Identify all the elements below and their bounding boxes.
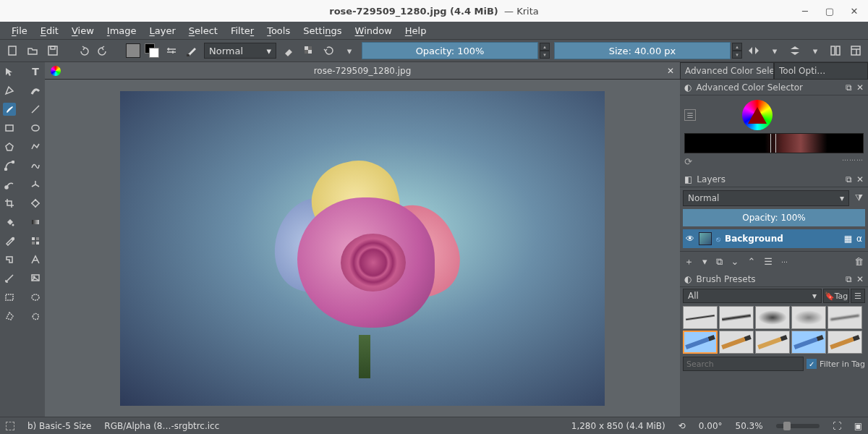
menu-filter[interactable]: Filter [225, 24, 260, 38]
freehand-select-tool-icon[interactable] [29, 310, 42, 323]
brush-tool-icon[interactable] [3, 103, 16, 116]
zoom-100-icon[interactable]: ▣ [854, 421, 862, 431]
opacity-up-button[interactable]: ▴ [540, 43, 550, 51]
alpha-lock-icon[interactable] [301, 43, 317, 59]
layer-row[interactable]: 👁 ⎋ Background ▦ α [683, 229, 865, 248]
layer-blend-select[interactable]: Normal▾ [683, 190, 849, 206]
select-all-icon[interactable] [6, 422, 14, 430]
reference-tool-icon[interactable] [29, 272, 42, 285]
chevron-down-icon[interactable]: ▾ [807, 43, 823, 59]
opacity-down-button[interactable]: ▾ [540, 51, 550, 59]
menu-layer[interactable]: Layer [144, 24, 182, 38]
color-sampler-tool-icon[interactable] [3, 234, 16, 247]
brush-preset[interactable] [791, 331, 826, 354]
brush-preset[interactable] [683, 306, 718, 329]
duplicate-layer-icon[interactable]: ⧉ [716, 256, 723, 268]
color-history-bar[interactable] [684, 133, 864, 153]
close-button[interactable]: ✕ [848, 4, 861, 17]
maximize-button[interactable]: ▢ [823, 4, 836, 17]
polygon-select-tool-icon[interactable] [3, 310, 16, 323]
preset-dropdown-icon[interactable]: ▾ [341, 43, 357, 59]
visibility-icon[interactable]: 👁 [686, 234, 694, 244]
text-tool-icon[interactable]: T [29, 65, 42, 78]
move-layer-down-icon[interactable]: ⌄ [731, 256, 739, 267]
brush-preset[interactable] [827, 306, 862, 329]
layer-filter-icon[interactable]: ⧩ [852, 190, 865, 206]
fill-tool-icon[interactable] [3, 216, 16, 229]
ellipse-select-tool-icon[interactable] [29, 291, 42, 304]
bezier-tool-icon[interactable] [3, 159, 16, 172]
opacity-slider[interactable]: Opacity: 100% [362, 42, 538, 59]
delete-layer-icon[interactable]: 🗑 [854, 256, 864, 267]
color-ring[interactable] [742, 100, 773, 130]
menu-help[interactable]: Help [399, 24, 433, 38]
brush-preset[interactable] [719, 331, 754, 354]
brush-preset[interactable] [755, 331, 790, 354]
freehand-path-tool-icon[interactable] [29, 159, 42, 172]
fg-bg-color-icon[interactable] [145, 43, 159, 58]
pattern-tool-icon[interactable] [29, 234, 42, 247]
move-layer-up-icon[interactable]: ⌃ [747, 256, 755, 267]
crop-tool-icon[interactable] [3, 197, 16, 210]
mirror-horizontal-icon[interactable] [746, 43, 762, 59]
eraser-icon[interactable] [281, 43, 297, 59]
menu-select[interactable]: Select [183, 24, 224, 38]
color-triangle[interactable] [748, 107, 767, 124]
smart-fill-tool-icon[interactable] [3, 253, 16, 266]
wrap-around-icon[interactable] [827, 43, 843, 59]
tab-tool-options[interactable]: Tool Opti… [774, 62, 868, 80]
close-panel-icon[interactable]: ✕ [856, 174, 864, 184]
color-settings-icon[interactable]: ☰ [684, 109, 696, 121]
transform-tool-icon[interactable] [29, 197, 42, 210]
brush-preset[interactable] [719, 306, 754, 329]
edit-shapes-tool-icon[interactable] [3, 84, 16, 97]
document-tab[interactable]: rose-729509_1280.jpg ✕ [45, 62, 680, 80]
canvas[interactable] [45, 80, 680, 417]
add-layer-icon[interactable]: ＋ [684, 255, 694, 268]
rectangle-tool-icon[interactable] [3, 122, 16, 135]
menu-edit[interactable]: Edit [35, 24, 64, 38]
pattern-swatch[interactable] [126, 43, 140, 58]
open-file-icon[interactable] [25, 43, 41, 59]
tab-color-selector[interactable]: Advanced Color Selec… [680, 62, 774, 80]
new-file-icon[interactable] [4, 43, 20, 59]
lock-icon[interactable]: α [856, 234, 862, 244]
filter-checkbox[interactable]: ✓ [807, 359, 817, 369]
brush-preset[interactable] [791, 306, 826, 329]
reload-preset-icon[interactable] [321, 43, 337, 59]
assistant-tool-icon[interactable] [29, 253, 42, 266]
float-panel-icon[interactable]: ⧉ [846, 274, 852, 284]
line-tool-icon[interactable] [29, 103, 42, 116]
size-slider[interactable]: Size: 40.00 px [554, 42, 731, 59]
size-down-button[interactable]: ▾ [732, 51, 742, 59]
measure-tool-icon[interactable] [3, 272, 16, 285]
polygon-tool-icon[interactable] [3, 140, 16, 153]
drag-handle-icon[interactable]: ⋯⋯⋯ [842, 156, 864, 167]
zoom-fit-icon[interactable]: ⛶ [833, 421, 841, 431]
layer-properties-icon[interactable]: ☰ [764, 256, 773, 267]
close-panel-icon[interactable]: ✕ [856, 274, 864, 284]
brush-preset-selected[interactable] [683, 331, 718, 354]
minimize-button[interactable]: ─ [799, 4, 812, 17]
calligraphy-tool-icon[interactable] [29, 84, 42, 97]
menu-image[interactable]: Image [101, 24, 142, 38]
preset-settings-icon[interactable]: ☰ [851, 289, 865, 303]
float-panel-icon[interactable]: ⧉ [846, 174, 852, 184]
close-document-icon[interactable]: ✕ [667, 66, 674, 76]
rect-select-tool-icon[interactable] [3, 291, 16, 304]
chevron-down-icon[interactable]: ▾ [702, 256, 707, 267]
size-up-button[interactable]: ▴ [732, 43, 742, 51]
menu-tools[interactable]: Tools [261, 24, 296, 38]
menu-view[interactable]: View [66, 24, 100, 38]
brush-preset[interactable] [827, 331, 862, 354]
chevron-down-icon[interactable]: ▾ [767, 43, 783, 59]
save-file-icon[interactable] [45, 43, 61, 59]
brush-preset[interactable] [755, 306, 790, 329]
multibrush-tool-icon[interactable] [29, 178, 42, 191]
workspace-icon[interactable] [848, 43, 864, 59]
gradient-tool-icon[interactable] [29, 216, 42, 229]
blend-mode-select[interactable]: Normal ▾ [204, 43, 276, 59]
polyline-tool-icon[interactable] [29, 140, 42, 153]
menu-file[interactable]: File [6, 24, 33, 38]
layer-opacity-slider[interactable]: Opacity: 100% [683, 209, 865, 226]
